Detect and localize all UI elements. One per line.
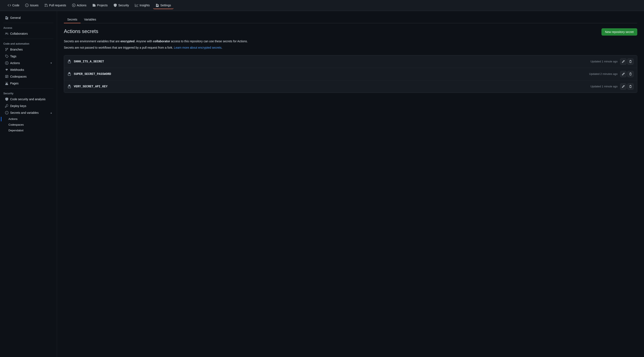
desc1-bold2: collaborator [153,40,170,43]
nav-insights[interactable]: Insights [132,2,152,9]
secret-updated: Updated 1 minute ago [590,85,618,88]
delete-secret-button[interactable] [627,71,634,77]
nav-actions[interactable]: Actions [70,2,89,9]
tab-variables[interactable]: Variables [80,16,99,23]
nav-security[interactable]: Security [111,2,132,9]
content-header: Actions secrets New repository secret [64,28,637,36]
sidebar-item-tags[interactable]: Tags [2,53,55,60]
secret-updated: Updated 2 minutes ago [589,72,618,76]
lock-icon [68,72,71,76]
desc1-bold1: encrypted [120,40,135,43]
sidebar-item-actions[interactable]: Actions ▾ [2,60,55,66]
secret-name: VERY_SECRET_API_KEY [74,85,590,88]
secret-name: SUPER_SECRET_PASSWORD [74,72,589,76]
sidebar-item-code-security[interactable]: Code security and analysis [2,96,55,102]
action-buttons [620,71,634,77]
desc1-pre: Secrets are environment variables that a… [64,40,120,43]
nav-projects[interactable]: Projects [90,2,110,9]
main-layout: General Access Collaborators Code and au… [0,11,644,357]
sidebar-item-pages[interactable]: Pages [2,80,55,87]
table-row: SUPER_SECRET_PASSWORD Updated 2 minutes … [64,68,637,80]
secret-name: SHHH_ITS_A_SECRET [74,60,590,63]
action-buttons [620,83,634,90]
sidebar: General Access Collaborators Code and au… [0,11,57,357]
sidebar-divider-2 [4,39,54,39]
nav-issues[interactable]: Issues [22,2,41,9]
main-content: Secrets Variables Actions secrets New re… [57,11,644,357]
sidebar-sub-item-dependabot[interactable]: Dependabot [2,128,55,133]
sidebar-section-code-automation: Code and automation [0,40,57,46]
sidebar-item-branches[interactable]: Branches [2,46,55,53]
action-buttons [620,58,634,65]
sidebar-divider-1 [4,23,54,23]
sidebar-item-collaborators[interactable]: Collaborators [2,30,55,37]
secret-updated: Updated 1 minute ago [590,60,618,63]
new-repository-secret-button[interactable]: New repository secret [602,28,637,36]
desc2-post: . [222,46,222,49]
sidebar-sub-item-codespaces[interactable]: Codespaces [2,122,55,128]
delete-secret-button[interactable] [627,83,634,90]
sidebar-section-security: Security [0,90,57,96]
desc2-pre: Secrets are not passed to workflows that… [64,46,174,49]
sidebar-item-general[interactable]: General [2,14,55,21]
delete-secret-button[interactable] [627,58,634,65]
top-nav: Code Issues Pull requests Actions Projec… [0,0,644,11]
sidebar-section-access: Access [0,25,57,30]
sidebar-item-codespaces[interactable]: Codespaces [2,73,55,80]
secrets-list: SHHH_ITS_A_SECRET Updated 1 minute ago S [64,55,637,93]
sidebar-sub-item-actions[interactable]: Actions [2,116,55,122]
sidebar-item-webhooks[interactable]: Webhooks [2,66,55,73]
edit-secret-button[interactable] [620,71,626,77]
tab-secrets[interactable]: Secrets [64,16,80,23]
nav-code[interactable]: Code [5,2,22,9]
learn-more-link[interactable]: Learn more about encrypted secrets [174,46,222,49]
table-row: VERY_SECRET_API_KEY Updated 1 minute ago [64,80,637,93]
lock-icon [68,84,71,88]
actions-chevron-icon: ▾ [50,62,52,64]
edit-secret-button[interactable] [620,83,626,90]
page-title: Actions secrets [64,28,98,34]
nav-pullrequests[interactable]: Pull requests [42,2,69,9]
sidebar-item-deploy-keys[interactable]: Deploy keys [2,102,55,109]
edit-secret-button[interactable] [620,58,626,65]
tabs-container: Secrets Variables [64,16,637,23]
desc1-mid: . Anyone with [135,40,153,43]
secrets-chevron-icon: ▴ [50,111,52,114]
nav-settings[interactable]: Settings [153,2,174,9]
description-block: Secrets are environment variables that a… [64,39,637,50]
table-row: SHHH_ITS_A_SECRET Updated 1 minute ago [64,56,637,68]
desc1-post: access to this repository can use these … [170,40,248,43]
sidebar-item-secrets-variables[interactable]: Secrets and variables ▴ [2,109,55,116]
lock-icon [68,60,71,64]
